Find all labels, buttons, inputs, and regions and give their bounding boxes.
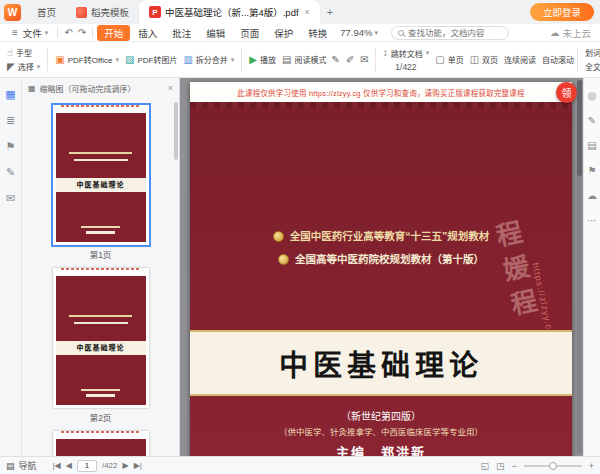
- edit-panel-icon[interactable]: ✎: [588, 115, 596, 126]
- zoom-level-dropdown[interactable]: 77.94% ▾: [335, 27, 383, 38]
- menu-tab-convert[interactable]: 转换: [301, 25, 334, 41]
- bookmark-icon[interactable]: ⚑: [6, 140, 16, 153]
- new-tab-button[interactable]: +: [322, 4, 338, 20]
- redo-icon[interactable]: ↷: [76, 27, 88, 38]
- book-title: 中医基础理论: [279, 342, 483, 384]
- pointer-tools: ☝ 手型 ◤ 选择 ▾: [4, 47, 43, 72]
- audience-line: （供中医学、针灸推拿学、中西医临床医学等专业用）: [190, 425, 572, 437]
- mini-series-line: [69, 152, 132, 154]
- wps-logo[interactable]: W: [4, 4, 21, 21]
- pdf-to-office-button[interactable]: ▣ PDF转Office ▾: [52, 52, 122, 67]
- pdf-to-image-label: PDF转图片: [137, 54, 177, 65]
- close-panel-icon[interactable]: ×: [168, 83, 173, 93]
- hand-tool-button[interactable]: ☝ 手型: [4, 47, 43, 58]
- thumbnail-page-1[interactable]: 中医基础理论 第1页: [53, 102, 149, 258]
- scrollbar-thumb[interactable]: [577, 80, 582, 176]
- mini-series-line: [74, 322, 128, 324]
- double-page-icon: ◫: [470, 55, 479, 65]
- previous-page-icon[interactable]: ◀: [66, 461, 72, 470]
- outline-icon[interactable]: ≣: [6, 114, 15, 127]
- book-cover: 全国中医药行业高等教育“十三五”规划教材 全国高等中医药院校规划教材（第十版） …: [190, 102, 572, 456]
- navigation-toggle[interactable]: ▤ 导航: [6, 459, 37, 472]
- chevron-down-icon: ▾: [45, 29, 49, 37]
- auto-scroll-button[interactable]: 自动滚动: [539, 52, 577, 67]
- page-number-input[interactable]: [77, 460, 97, 472]
- file-menu[interactable]: ≡ 文件 ▾: [5, 26, 53, 40]
- thumbnail-page-3[interactable]: [53, 428, 149, 456]
- menu-tab-comment[interactable]: 批注: [165, 25, 198, 41]
- panel-scrollbar[interactable]: [174, 102, 178, 160]
- more-icon[interactable]: ⋯: [587, 215, 597, 226]
- divider: [375, 48, 376, 72]
- tab-home[interactable]: 首页: [27, 0, 66, 24]
- play-label: 播放: [260, 54, 276, 65]
- document-scrollbar[interactable]: [577, 80, 582, 454]
- search-box[interactable]: [391, 26, 509, 40]
- split-merge-button[interactable]: ▥ 拆分合并 ▾: [180, 52, 237, 67]
- highlighter-icon[interactable]: ✐: [346, 54, 354, 65]
- jump-document-button[interactable]: ↕ 跳转文档 ▾: [380, 48, 433, 59]
- cloud-status-label: 未上云: [562, 26, 591, 40]
- zoom-slider[interactable]: [524, 465, 582, 467]
- next-page-icon[interactable]: ▶: [123, 461, 129, 470]
- select-tool-button[interactable]: ◤ 选择 ▾: [4, 61, 43, 72]
- menu-tab-home[interactable]: 开始: [97, 25, 130, 41]
- chevron-down-icon: ▾: [115, 56, 119, 64]
- status-bar: ▤ 导航 |◀ ◀ /422 ▶ ▶| ◱ ◳ − +: [0, 456, 600, 474]
- last-page-icon[interactable]: ▶|: [134, 461, 142, 470]
- note-icon[interactable]: ✉: [360, 54, 368, 65]
- double-page-button[interactable]: ◫ 双页: [467, 52, 501, 67]
- word-translate-button[interactable]: 划词翻译: [582, 47, 600, 58]
- zoom-slider-knob[interactable]: [549, 462, 557, 470]
- login-button[interactable]: 立即登录: [530, 3, 594, 21]
- divider: [92, 27, 93, 38]
- zoom-controls: ◱ ◳ − +: [480, 461, 594, 471]
- divider: [241, 48, 242, 72]
- pdf-to-office-label: PDF转Office: [68, 54, 113, 65]
- divider: [47, 48, 48, 72]
- flag-panel-icon[interactable]: ⚑: [588, 165, 597, 176]
- attachment-icon[interactable]: ✉: [6, 192, 15, 205]
- pdf-file-icon: P: [149, 6, 161, 18]
- zoom-out-icon[interactable]: −: [511, 461, 516, 471]
- menu-tab-insert[interactable]: 插入: [131, 25, 164, 41]
- play-button[interactable]: ▶ 播放: [246, 52, 279, 67]
- find-icon[interactable]: ◎: [588, 90, 597, 101]
- document-viewport[interactable]: 此课程仅供学习使用 https://zlzyy.cg 仅供学习和查询，请购买正版…: [180, 78, 583, 456]
- chevron-down-icon: ▾: [426, 49, 430, 57]
- menu-tab-page[interactable]: 页面: [233, 25, 266, 41]
- split-merge-label: 拆分合并: [196, 54, 228, 65]
- mini-title-band: 中医基础理论: [56, 341, 146, 355]
- thumbnail-panel-title: 缩略图（可拖动完成调序）: [40, 83, 164, 94]
- jump-document-label: 跳转文档: [391, 48, 423, 59]
- page-indicator[interactable]: 1/422: [380, 62, 433, 72]
- tab-document-label: 中医基础理论（新...第4版）.pdf: [165, 5, 299, 19]
- pages-panel-icon[interactable]: ▤: [587, 140, 596, 151]
- first-page-icon[interactable]: |◀: [53, 461, 61, 470]
- read-mode-button[interactable]: ▤ 阅读模式: [279, 52, 329, 67]
- pdf-to-image-button[interactable]: ▨ PDF转图片: [122, 52, 180, 67]
- search-input[interactable]: [408, 28, 502, 38]
- promo-badge[interactable]: 领: [556, 82, 577, 103]
- menu-tab-protect[interactable]: 保护: [267, 25, 300, 41]
- tab-docer[interactable]: 稻壳模板: [66, 0, 139, 24]
- cloud-panel-icon[interactable]: ☁: [587, 190, 597, 201]
- menu-tab-edit[interactable]: 编辑: [199, 25, 232, 41]
- auto-scroll-label: 自动滚动: [542, 54, 574, 65]
- pen-icon[interactable]: ✎: [332, 54, 340, 65]
- cloud-status[interactable]: ☁ 未上云: [550, 26, 595, 40]
- close-tab-icon[interactable]: ×: [305, 7, 310, 17]
- fit-page-icon[interactable]: ◱: [480, 461, 489, 471]
- thumbnail-panel-icon[interactable]: ▦: [5, 88, 15, 101]
- thumbnail-page-2[interactable]: 中医基础理论 第2页: [53, 265, 149, 421]
- thumbnail-label: 第2页: [53, 411, 149, 421]
- grid-icon[interactable]: ▦: [28, 84, 36, 93]
- fit-width-icon[interactable]: ◳: [496, 461, 505, 471]
- undo-icon[interactable]: ↶: [62, 27, 74, 38]
- zoom-in-icon[interactable]: +: [589, 461, 594, 471]
- tab-document[interactable]: P 中医基础理论（新...第4版）.pdf ×: [139, 0, 320, 24]
- full-translate-button[interactable]: 全文翻译: [582, 61, 600, 72]
- annotation-list-icon[interactable]: ✎: [6, 166, 15, 179]
- single-page-button[interactable]: ▢ 单页: [432, 52, 466, 67]
- continuous-read-button[interactable]: 连续阅读: [501, 52, 539, 67]
